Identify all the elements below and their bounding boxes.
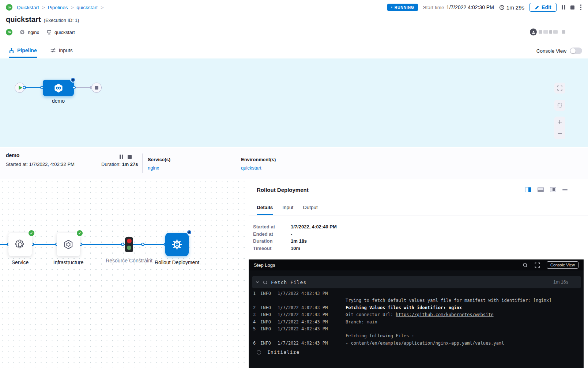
- step-node-resource-constraint[interactable]: [125, 237, 133, 252]
- canvas-fullscreen-button[interactable]: [554, 83, 565, 94]
- breadcrumb-link-pipeline-name[interactable]: quickstart: [76, 5, 98, 10]
- inputs-icon: [50, 48, 56, 53]
- execution-graph[interactable]: ✓ ✓: [0, 179, 248, 368]
- canvas-zoom-group: [554, 117, 565, 139]
- stage-node-demo[interactable]: [43, 80, 74, 96]
- log-link[interactable]: https://github.com/kubernetes/website: [396, 312, 493, 317]
- elapsed-value: 1m 29s: [506, 4, 524, 11]
- log-lines[interactable]: 1INFO1/7/2022 4:02:43 PM Trying to fetch…: [249, 290, 584, 347]
- edit-button[interactable]: Edit: [529, 3, 556, 12]
- status-badge: RUNNING: [387, 4, 418, 11]
- step-node-infrastructure[interactable]: ✓: [57, 233, 80, 256]
- redacted-name-pixel: [559, 30, 561, 34]
- log-section-fetch-files[interactable]: Fetch Files 1m 16s: [252, 276, 581, 288]
- log-message: Branch: main: [346, 319, 584, 326]
- step-details-list: Started at 1/7/2022, 4:02:40 PM Ended at…: [253, 223, 337, 252]
- search-icon[interactable]: [523, 262, 528, 268]
- chevron-down-icon: [255, 280, 260, 284]
- success-check-badge: ✓: [29, 230, 34, 236]
- more-options-button[interactable]: [580, 4, 583, 11]
- app-root: Quickstart > Pipelines > quickstart > RU…: [0, 0, 588, 368]
- step-label-resource-constraint: Resource Constraint: [102, 257, 157, 265]
- detail-label: Timeout: [253, 246, 291, 251]
- expand-icon[interactable]: [535, 262, 540, 268]
- edge-port: [72, 86, 76, 89]
- tab-output[interactable]: Output: [303, 205, 318, 215]
- console-view-toggle-group: Console View: [536, 43, 582, 58]
- running-spinner-badge: [71, 78, 75, 82]
- environments-label: Environment(s): [241, 157, 276, 162]
- infrastructure-icon: [63, 239, 74, 250]
- log-time: [278, 297, 346, 304]
- page-title: quickstart: [6, 15, 41, 24]
- layout-split-vertical-button[interactable]: [525, 187, 531, 192]
- log-num: 1: [253, 290, 260, 297]
- environments-column: Environment(s) quickstart: [241, 157, 276, 171]
- console-title: Step Logs: [254, 262, 275, 268]
- console-view-toggle[interactable]: [570, 48, 582, 54]
- environment-link[interactable]: quickstart: [241, 165, 261, 171]
- edge: [80, 244, 126, 245]
- tab-pipeline[interactable]: Pipeline: [9, 43, 37, 58]
- service-tag-label: nginx: [28, 30, 39, 35]
- log-message: Fetching Values files with identifier: n…: [346, 304, 584, 311]
- stage-stop-button[interactable]: [128, 155, 132, 159]
- stage-name: demo: [6, 152, 19, 158]
- stage-pause-button[interactable]: [120, 155, 123, 159]
- tab-inputs[interactable]: Inputs: [50, 43, 73, 58]
- log-section-initialize[interactable]: Initialize: [249, 349, 584, 355]
- running-ring-icon: [263, 280, 267, 284]
- stage-started: Started at: 1/7/2022, 4:02:32 PM: [6, 162, 75, 167]
- services-column: Service(s) nginx: [148, 157, 170, 171]
- detail-row: Ended at -: [253, 231, 337, 238]
- log-num: 2: [253, 304, 260, 311]
- log-message: Trying to fetch default values yaml file…: [346, 297, 584, 304]
- zoom-in-button[interactable]: [557, 119, 562, 125]
- meta-row: nginx quickstart: [6, 29, 75, 35]
- environment-tag[interactable]: quickstart: [46, 30, 75, 35]
- detail-value: 1m 18s: [291, 238, 337, 244]
- log-row: 6INFO1/7/2022 4:02:43 PM- content/en/exa…: [249, 340, 584, 347]
- edge: [32, 244, 57, 245]
- log-message: Fetching following Files :: [346, 333, 584, 339]
- execution-controls: RUNNING Start time 1/7/2022 4:02:30 PM 1…: [387, 3, 582, 12]
- redacted-name-pixel: [539, 30, 542, 34]
- minimize-panel-button[interactable]: [562, 189, 568, 190]
- gear-icon: [20, 30, 25, 35]
- tab-input[interactable]: Input: [282, 205, 293, 215]
- service-link[interactable]: nginx: [148, 165, 159, 171]
- layout-dock-right-button[interactable]: [550, 187, 556, 192]
- step-node-service[interactable]: ✓: [8, 233, 32, 256]
- running-spinner-badge: [187, 230, 191, 234]
- traffic-red-light: [127, 239, 132, 243]
- step-panel-tabs: Details Input Output: [257, 205, 318, 215]
- pipeline-canvas[interactable]: demo: [0, 58, 588, 147]
- tab-details[interactable]: Details: [257, 205, 273, 215]
- breadcrumb-link-pipelines[interactable]: Pipelines: [48, 5, 68, 10]
- divider: [142, 153, 143, 173]
- stop-execution-button[interactable]: [570, 5, 574, 10]
- zoom-out-button[interactable]: [557, 131, 562, 136]
- title-row: quickstart (Execution ID: 1): [6, 15, 79, 24]
- edge-demo-end: [74, 87, 92, 88]
- log-level: INFO: [260, 326, 278, 333]
- log-time: 1/7/2022 4:02:43 PM: [278, 290, 346, 297]
- service-tag[interactable]: nginx: [20, 30, 39, 35]
- log-message: [346, 290, 584, 297]
- log-message-prefix: Git connector Url:: [346, 312, 396, 317]
- detail-value: -: [291, 231, 337, 237]
- log-message: Git connector Url: https://github.com/ku…: [346, 311, 584, 318]
- pause-execution-button[interactable]: [562, 5, 565, 10]
- clock-icon: [499, 5, 505, 10]
- breadcrumb-separator: >: [101, 5, 103, 10]
- log-level: [260, 333, 278, 339]
- canvas-select-button[interactable]: [554, 100, 565, 111]
- breadcrumb-link-quickstart[interactable]: Quickstart: [17, 5, 39, 10]
- layout-split-horizontal-button[interactable]: [538, 187, 544, 192]
- log-row: 4INFO1/7/2022 4:02:43 PMBranch: main: [249, 319, 584, 326]
- log-level: INFO: [260, 319, 278, 326]
- step-node-rollout-deployment[interactable]: [165, 233, 189, 256]
- stop-square-icon: [95, 86, 98, 90]
- console-view-button[interactable]: Console View: [547, 261, 578, 269]
- step-label-infrastructure: Infrastructure: [41, 259, 96, 266]
